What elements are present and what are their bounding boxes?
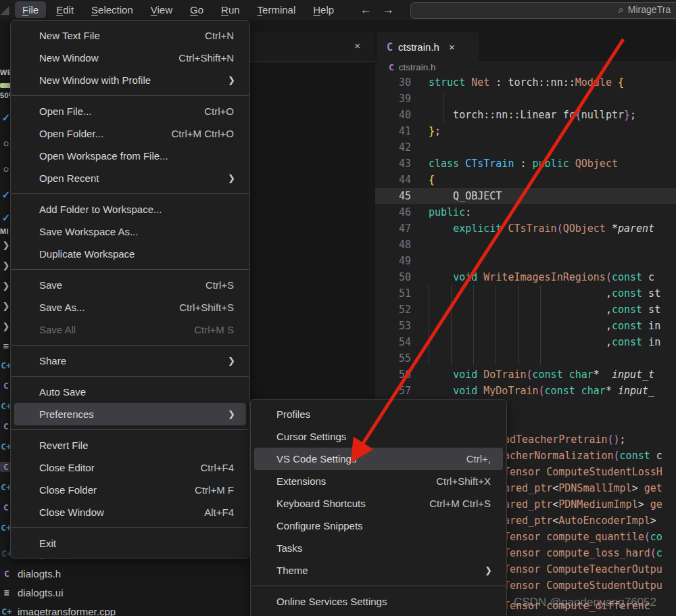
file-menu-item-auto-save[interactable]: Auto Save <box>14 381 246 403</box>
file-menu-item-save[interactable]: SaveCtrl+S <box>14 274 246 296</box>
menubar-item-go[interactable]: Go <box>183 1 211 18</box>
keybinding-label: Ctrl+Shift+S <box>179 302 234 313</box>
code-line-53: 53 ,const in <box>375 318 676 334</box>
menubar-item-run[interactable]: Run <box>214 1 247 18</box>
code-line-55: 55 <box>375 350 676 366</box>
background-tab[interactable]: × <box>250 32 375 62</box>
keybinding-label: Ctrl+M S <box>194 324 234 335</box>
pref-menu-item-vs-code-settings[interactable]: VS Code SettingsCtrl+, <box>254 448 503 470</box>
tab-ctstrain-h[interactable]: C ctstrain.h × <box>377 32 479 62</box>
keybinding-label: Ctrl+M Ctrl+S <box>429 498 491 509</box>
file-menu-item-open-workspace-from-file[interactable]: Open Workspace from File... <box>14 145 246 167</box>
keybinding-label: Alt+F4 <box>204 506 234 518</box>
menu-separator <box>11 345 249 346</box>
code-line-41: 41}; <box>375 123 676 139</box>
line-number: 46 <box>375 204 411 220</box>
file-menu-item-save-workspace-as[interactable]: Save Workspace As... <box>14 220 246 243</box>
back-arrow-icon[interactable]: ← <box>360 3 372 17</box>
pref-menu-item-cursor-settings[interactable]: Cursor Settings <box>254 425 503 448</box>
code-area[interactable]: 30struct Net : torch::nn::Module {3940 t… <box>375 74 676 399</box>
file-menu-item-open-file[interactable]: Open File...Ctrl+O <box>14 100 246 122</box>
code-fragment: ared_ptr<PDNMediumImpl> ge <box>504 496 662 513</box>
command-center-search[interactable]: ⌕MirageTra <box>410 2 676 19</box>
menubar-item-view[interactable]: View <box>143 1 180 18</box>
file-menu-item-share[interactable]: Share❯ <box>14 350 246 372</box>
c-file-icon: C <box>387 41 393 53</box>
file-menu-item-close-editor[interactable]: Close EditorCtrl+F4 <box>14 456 246 479</box>
code-text: ,const in <box>429 318 660 334</box>
line-number: 48 <box>375 237 411 253</box>
menu-item-label: Exit <box>39 538 56 549</box>
pref-menu-item-keyboard-shortcuts[interactable]: Keyboard ShortcutsCtrl+M Ctrl+S <box>254 492 503 515</box>
file-menu-item-open-recent[interactable]: Open Recent❯ <box>14 167 246 189</box>
pref-menu-item-theme[interactable]: Theme❯ <box>254 559 503 582</box>
keybinding-label: Ctrl+Shift+N <box>178 52 234 64</box>
file-menu-item-save-as[interactable]: Save As...Ctrl+Shift+S <box>14 296 246 318</box>
menu-item-label: Tasks <box>276 542 302 554</box>
watermark: CSDN @gaodenyang76052 <box>514 596 656 609</box>
explorer-item-dialogts-ui[interactable]: ≡dialogts.ui <box>1 584 64 600</box>
pref-menu-item-profiles[interactable]: Profiles <box>254 403 503 425</box>
file-menu-item-preferences[interactable]: Preferences❯ <box>14 403 246 425</box>
file-menu-item-duplicate-workspace[interactable]: Duplicate Workspace <box>14 243 246 265</box>
file-menu-item-close-folder[interactable]: Close FolderCtrl+M F <box>14 479 246 501</box>
line-number: 52 <box>375 302 411 318</box>
code-text: ,const st <box>429 302 660 318</box>
file-menu-item-revert-file[interactable]: Revert File <box>14 434 246 456</box>
file-menu-item-add-folder-to-workspace[interactable]: Add Folder to Workspace... <box>14 198 246 220</box>
submenu-chevron-icon: ❯ <box>228 356 235 366</box>
file-menu-item-exit[interactable]: Exit <box>14 532 246 554</box>
code-line-56: 56 void DoTrain(const char* input_t <box>375 366 676 383</box>
close-icon[interactable]: × <box>354 40 360 51</box>
keybinding-label: Ctrl+N <box>205 30 234 41</box>
code-text: class CTsTrain : public QObject <box>429 156 618 172</box>
menu-separator <box>11 95 249 96</box>
code-line-50: 50 void WriteImagesInRegions(const c <box>375 269 676 285</box>
file-name: dialogts.h <box>18 568 61 579</box>
code-text: Q_OBJECT <box>429 188 502 204</box>
submenu-chevron-icon: ❯ <box>228 173 235 183</box>
menubar-item-edit[interactable]: Edit <box>49 1 81 18</box>
code-fragment: Tensor ComputeStudentLossH <box>504 464 662 480</box>
menu-separator <box>11 269 249 270</box>
menu-item-label: VS Code Settings <box>276 453 356 465</box>
file-menu-item-close-window[interactable]: Close WindowAlt+F4 <box>14 501 246 523</box>
line-number: 42 <box>375 139 411 156</box>
keybinding-label: Ctrl+M F <box>195 484 234 496</box>
menu-item-label: Save Workspace As... <box>39 226 138 237</box>
cpp-file-icon: C+ <box>1 607 12 616</box>
file-menu-item-open-folder[interactable]: Open Folder...Ctrl+M Ctrl+O <box>14 122 246 145</box>
pref-menu-item-tasks[interactable]: Tasks <box>254 537 503 559</box>
code-fragment: Tensor ComputeStudentOutpu <box>504 577 662 594</box>
line-number: 43 <box>375 156 411 172</box>
submenu-chevron-icon: ❯ <box>228 75 235 85</box>
menubar-item-selection[interactable]: Selection <box>84 1 141 18</box>
code-line-44: 44{ <box>375 172 676 188</box>
file-menu-item-new-window-with-profile[interactable]: New Window with Profile❯ <box>14 69 246 91</box>
menu-item-label: Revert File <box>39 440 89 451</box>
file-menu-item-new-text-file[interactable]: New Text FileCtrl+N <box>14 24 246 47</box>
menu-item-label: Open Workspace from File... <box>39 150 168 162</box>
code-text: void MyDoTrain(const char* input_ <box>429 383 654 399</box>
forward-arrow-icon[interactable]: → <box>383 3 394 17</box>
code-text: ,const in <box>429 334 660 350</box>
pref-menu-item-online-services-settings[interactable]: Online Services Settings <box>254 590 503 613</box>
code-text: torch::nn::Linear fc{nullptr}; <box>429 107 636 123</box>
menu-item-label: Close Window <box>39 506 104 518</box>
indent-guide <box>496 285 496 365</box>
pref-menu-item-configure-snippets[interactable]: Configure Snippets <box>254 515 503 537</box>
menubar-item-file[interactable]: File <box>15 1 46 18</box>
code-fragment: ared_ptr<AutoEncoderImpl> <box>504 513 656 529</box>
menu-item-label: Open File... <box>39 105 92 117</box>
menubar-item-terminal[interactable]: Terminal <box>250 1 304 18</box>
search-icon: ⌕ <box>619 4 624 15</box>
pref-menu-item-extensions[interactable]: ExtensionsCtrl+Shift+X <box>254 470 503 492</box>
menu-item-label: Profiles <box>276 408 310 420</box>
breadcrumb[interactable]: C ctstrain.h <box>389 60 436 74</box>
explorer-item-dialogts-h[interactable]: Cdialogts.h <box>1 565 61 582</box>
file-menu-item-new-window[interactable]: New WindowCtrl+Shift+N <box>14 47 246 69</box>
menubar-item-help[interactable]: Help <box>306 1 341 18</box>
explorer-item-imagetransformer-cpp[interactable]: C+imagetransformer.cpp <box>1 603 116 616</box>
close-icon[interactable]: × <box>449 41 455 53</box>
indent-guide <box>443 92 443 123</box>
